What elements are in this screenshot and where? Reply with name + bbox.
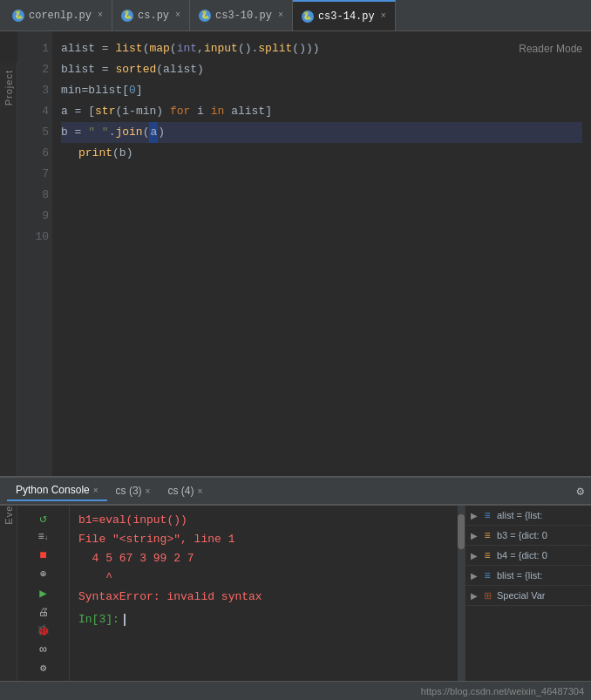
tab-corenlp[interactable]: 🐍 corenlp.py × — [3, 0, 112, 31]
status-url: https://blog.csdn.net/weixin_46487304 — [421, 686, 584, 697]
print-button[interactable]: 🖨 — [31, 606, 56, 619]
bottom-tab-close-cs3[interactable]: × — [146, 486, 151, 496]
var-item-b4[interactable]: ▶ ≡ b4 = {dict: 0 — [465, 546, 591, 566]
tab-close-cs[interactable]: × — [175, 10, 180, 20]
var-arrow-b3: ▶ — [471, 531, 478, 540]
bottom-tab-close-python[interactable]: × — [93, 486, 98, 495]
bottom-tab-close-cs4[interactable]: × — [197, 486, 202, 496]
tab-label-cs3-14: cs3-14.py — [318, 10, 375, 23]
events-label: Events — [3, 506, 14, 525]
var-arrow-blist: ▶ — [471, 571, 478, 581]
code-line-7 — [61, 164, 582, 185]
debug-button[interactable]: 🐞 — [31, 624, 56, 637]
tab-cs[interactable]: 🐍 cs.py × — [112, 0, 190, 31]
var-item-alist[interactable]: ▶ ≡ alist = {list: — [465, 506, 591, 526]
line-num-4: 4 — [17, 101, 49, 122]
line-num-5: 5 — [17, 122, 49, 143]
console-prompt-line: In[3]: — [78, 610, 449, 629]
line-num-9: 9 — [17, 206, 49, 227]
tab-close-cs3-14[interactable]: × — [381, 11, 386, 21]
line-numbers: 1 2 3 4 5 6 7 8 9 10 — [17, 31, 52, 476]
bottom-toolbar: ↺ ≡↓ ■ ⊕ ▶ 🖨 🐞 ∞ ⚙ ↻ — [17, 506, 70, 681]
status-bar: https://blog.csdn.net/weixin_46487304 — [0, 681, 591, 700]
var-item-special[interactable]: ▶ ⊞ Special Var — [465, 586, 591, 606]
variables-panel: ▶ ≡ alist = {list: ▶ ≡ b3 = {dict: 0 ▶ ≡… — [465, 506, 591, 681]
tab-label-cs: cs.py — [138, 10, 169, 22]
code-line-3: min = blist [ 0 ] — [61, 80, 582, 101]
bottom-tab-cs4[interactable]: cs (4) × — [159, 481, 211, 500]
var-icon-special: ⊞ — [481, 589, 493, 601]
console-line-5: SyntaxError: invalid syntax — [78, 588, 449, 607]
tab-icon-cs3-10: 🐍 — [199, 10, 211, 22]
line-num-6: 6 — [17, 143, 49, 164]
console-line-1: b1=eval(input()) — [78, 511, 449, 530]
code-line-6: print ( b ) — [61, 143, 582, 164]
tab-cs3-10[interactable]: 🐍 cs3-10.py × — [190, 0, 293, 31]
project-strip: Project — [0, 63, 17, 507]
line-num-8: 8 — [17, 185, 49, 206]
console-line-3: 4 5 67 3 99 2 7 — [78, 549, 449, 568]
tab-bar: 🐍 corenlp.py × 🐍 cs.py × 🐍 cs3-10.py × 🐍… — [0, 0, 591, 31]
line-num-2: 2 — [17, 59, 49, 80]
bottom-tab-label-cs3: cs (3) — [116, 485, 142, 497]
tab-icon-cs3-14: 🐍 — [302, 10, 314, 23]
line-num-3: 3 — [17, 80, 49, 101]
var-text-blist: blist = {list: — [497, 570, 542, 581]
code-line-9 — [61, 206, 582, 227]
tab-icon-cs: 🐍 — [121, 10, 133, 22]
rerun-button[interactable]: ↺ — [31, 511, 56, 526]
run-button[interactable]: ▶ — [31, 586, 56, 601]
console-scrollbar[interactable] — [458, 506, 465, 681]
line-num-10: 10 — [17, 227, 49, 248]
console-line-4: ^ — [78, 568, 449, 588]
attach-debugger-button[interactable]: ⊕ — [31, 567, 56, 581]
line-num-1: 1 — [17, 38, 49, 59]
console-output[interactable]: b1=eval(input()) File "<string>", line 1… — [70, 506, 458, 681]
var-text-b4: b4 = {dict: 0 — [497, 550, 547, 561]
tab-icon-corenlp: 🐍 — [12, 10, 24, 22]
scrollbar-thumb[interactable] — [458, 514, 465, 549]
editor-area: Project 1 2 3 4 5 6 7 8 9 10 Reader Mode… — [0, 31, 591, 476]
var-arrow-b4: ▶ — [471, 551, 478, 561]
bottom-tab-label-python: Python Console — [16, 484, 90, 496]
prompt-text: In[3]: — [78, 610, 119, 629]
code-line-10 — [61, 227, 582, 248]
bottom-tab-cs3[interactable]: cs (3) × — [107, 481, 160, 500]
tab-label-corenlp: corenlp.py — [29, 10, 92, 22]
console-line-2: File "<string>", line 1 — [78, 530, 449, 549]
var-item-blist[interactable]: ▶ ≡ blist = {list: — [465, 566, 591, 586]
tab-close-corenlp[interactable]: × — [98, 10, 103, 20]
code-editor[interactable]: Reader Mode alist = list ( map ( int , i… — [52, 31, 591, 476]
bottom-tab-label-cs4: cs (4) — [167, 485, 194, 497]
bottom-content: Events ↺ ≡↓ ■ ⊕ ▶ 🖨 🐞 ∞ ⚙ ↻ b1=eval(inpu… — [0, 506, 591, 681]
bottom-tab-python-console[interactable]: Python Console × — [7, 480, 107, 501]
cursor — [124, 614, 126, 626]
code-line-1: alist = list ( map ( int , input (). spl… — [61, 38, 582, 59]
console-settings-button[interactable]: ⚙ — [31, 662, 56, 675]
var-text-b3: b3 = {dict: 0 — [497, 530, 547, 540]
profile-button[interactable]: ∞ — [31, 642, 56, 656]
bottom-panel: Python Console × cs (3) × cs (4) × ⚙ Eve… — [0, 476, 591, 700]
var-icon-blist: ≡ — [481, 569, 493, 581]
var-icon-alist: ≡ — [481, 509, 493, 521]
events-strip: Events — [0, 506, 17, 681]
reader-mode-button[interactable]: Reader Mode — [519, 38, 582, 59]
code-line-8 — [61, 185, 582, 206]
tab-close-cs3-10[interactable]: × — [278, 10, 283, 20]
code-line-4: a = [ str ( i - min ) for i in alist ] — [61, 101, 582, 122]
stop-button[interactable]: ■ — [31, 548, 56, 562]
project-label: Project — [3, 70, 14, 105]
var-arrow-special: ▶ — [471, 591, 478, 601]
tab-label-cs3-10: cs3-10.py — [215, 10, 272, 22]
settings-icon[interactable]: ⚙ — [577, 484, 584, 499]
var-text-alist: alist = {list: — [497, 510, 542, 520]
code-line-5: b = " " . join ( a ) — [61, 122, 582, 143]
var-icon-b3: ≡ — [481, 529, 493, 541]
show-variables-button[interactable]: ≡↓ — [31, 531, 56, 543]
tab-cs3-14[interactable]: 🐍 cs3-14.py × — [293, 0, 396, 31]
code-line-2: blist = sorted ( alist ) — [61, 59, 582, 80]
line-num-7: 7 — [17, 164, 49, 185]
var-icon-b4: ≡ — [481, 549, 493, 561]
var-item-b3[interactable]: ▶ ≡ b3 = {dict: 0 — [465, 526, 591, 546]
var-text-special: Special Var — [497, 590, 545, 601]
